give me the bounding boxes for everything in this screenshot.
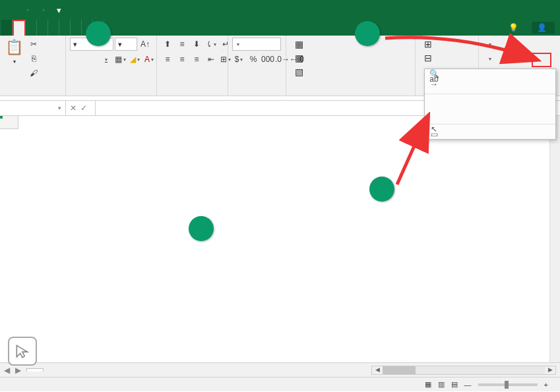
enter-formula-icon[interactable]: ✓ [80,103,87,113]
font-size-combo[interactable]: ▾ [115,38,137,51]
group-clipboard-label [4,93,61,95]
grow-font-button[interactable]: A↑ [139,38,152,51]
tab-data[interactable] [59,20,71,36]
row-headers[interactable] [0,129,18,362]
cells-area[interactable] [18,129,549,362]
find-select-menu: 🔍 ab → ↖ ▭ [424,69,556,140]
percent-button[interactable]: % [247,53,260,66]
ribbon-options-button[interactable] [462,1,485,19]
qat-customize[interactable]: ▾ [51,3,66,17]
pane-icon: ▭ [429,130,439,139]
save-button[interactable] [4,3,18,17]
sheet-nav-prev[interactable]: ◀ [4,366,10,375]
align-center-button[interactable]: ≡ [175,53,189,66]
menu-constants[interactable] [425,112,555,117]
quick-access-toolbar: ▾ [4,3,66,17]
underline-button[interactable] [99,53,112,66]
tab-home[interactable] [13,20,26,36]
align-middle-button[interactable]: ≡ [175,38,189,51]
menu-formulas[interactable] [425,96,555,101]
maximize-button[interactable] [510,1,532,19]
redo-button[interactable] [36,3,50,17]
fill-color-button[interactable]: ◢ [128,53,141,66]
format-as-table-button[interactable]: ▦ [290,51,310,65]
orientation-button[interactable]: ⤹ [204,38,218,51]
menu-comments[interactable] [425,101,555,107]
sheet-tab-bar: ◀ ▶ ◀▶ [0,362,560,377]
cut-button[interactable]: ✂ [27,38,40,51]
tab-layout[interactable] [37,20,48,36]
view-layout-button[interactable]: ▥ [438,380,445,389]
sheet-nav-next[interactable]: ▶ [15,366,21,375]
align-top-button[interactable]: ⬆ [161,38,174,51]
cell-styles-button[interactable]: ▧ [290,65,310,78]
tell-me[interactable]: 💡 [509,23,518,32]
condfmt-icon: ▦ [293,39,305,49]
insert-cells-button[interactable]: ⊞ [420,38,439,51]
window-controls [462,1,556,19]
zoom-out-button[interactable]: — [464,381,472,389]
menu-goto[interactable]: → [425,82,555,87]
view-normal-button[interactable]: ▦ [425,380,431,389]
align-right-button[interactable]: ≡ [190,53,203,66]
borders-button[interactable]: ▦ [113,53,127,66]
menu-condfmt[interactable] [425,107,555,112]
tab-insert[interactable] [26,20,37,36]
sheet-tab-1[interactable] [26,368,44,372]
share-button[interactable]: 👤 [532,22,555,34]
cursor-icon [8,337,37,366]
cancel-formula-icon[interactable]: ✕ [70,103,77,113]
menu-selection-pane[interactable]: ▭ [425,132,555,137]
number-format-combo[interactable] [232,38,281,51]
italic-button[interactable] [84,53,98,66]
undo-button[interactable] [20,3,34,17]
annotation-badge-1 [189,216,214,241]
view-pagebreak-button[interactable]: ▤ [451,380,458,389]
align-bottom-button[interactable]: ⬇ [190,38,203,51]
status-bar: ▦ ▥ ▤ — + [0,377,560,391]
insert-icon: ⊞ [422,39,434,49]
annotation-badge-3 [355,21,380,46]
menu-goto-special[interactable] [425,87,555,94]
title-bar: ▾ [0,0,560,20]
worksheet-grid[interactable] [0,116,560,362]
comma-button[interactable]: 000 [261,53,274,66]
align-left-button[interactable]: ≡ [161,53,174,66]
conditional-formatting-button[interactable]: ▦ [290,38,337,51]
tab-formulas[interactable] [48,20,59,36]
clipboard-icon: 📋 [5,39,23,56]
fill-button[interactable] [483,52,496,65]
menu-validation[interactable] [425,117,555,125]
indent-dec-button[interactable]: ⇤ [204,53,218,66]
paste-button[interactable]: 📋 ▾ [4,38,24,66]
menu-replace[interactable]: ab [425,76,555,82]
group-styles-label [290,93,411,95]
annotation-badge-2 [86,21,111,46]
copy-button[interactable]: ⎘ [27,52,40,65]
bold-button[interactable] [70,53,83,66]
group-font-label [70,93,152,95]
font-color-button[interactable]: A [142,53,156,66]
select-all-corner[interactable] [0,116,18,129]
close-button[interactable] [534,1,556,19]
delete-icon: ⊟ [422,53,434,63]
autosum-button[interactable] [483,38,496,51]
menu-find[interactable]: 🔍 [425,71,555,76]
vertical-scrollbar[interactable] [549,116,560,362]
ribbon-tabs: 💡 👤 [0,20,560,36]
delete-cells-button[interactable]: ⊟ [420,51,439,65]
zoom-in-button[interactable]: + [544,381,548,389]
table-icon: ▦ [293,53,305,63]
group-number-label [232,93,282,95]
tab-file[interactable] [1,20,13,36]
horizontal-scrollbar[interactable]: ◀▶ [371,366,556,375]
zoom-slider[interactable] [478,383,538,386]
tab-review[interactable] [71,20,82,36]
menu-select-objects[interactable]: ↖ [425,126,555,132]
format-painter-button[interactable]: 🖌 [27,67,40,80]
sort-filter-button[interactable] [499,38,512,51]
find-select-button[interactable] [499,53,512,67]
currency-button[interactable]: $ [232,53,245,66]
minimize-button[interactable] [486,1,509,19]
name-box[interactable]: ▾ [0,101,66,115]
